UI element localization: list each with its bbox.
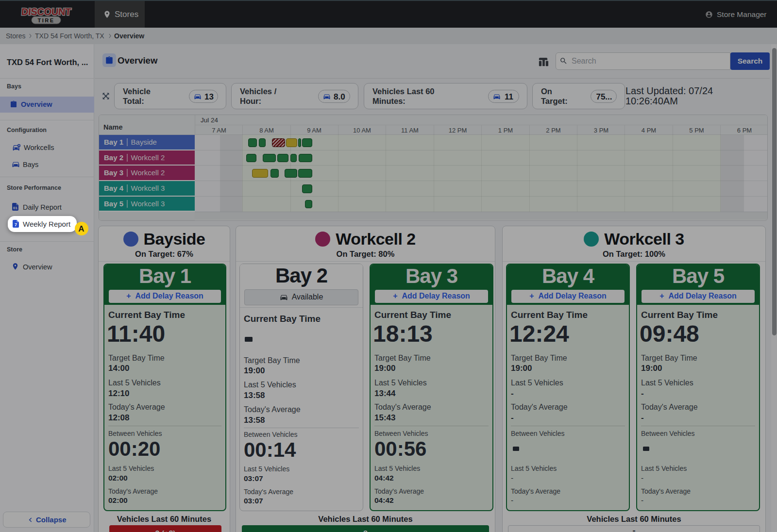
svg-text:7: 7: [15, 222, 17, 227]
